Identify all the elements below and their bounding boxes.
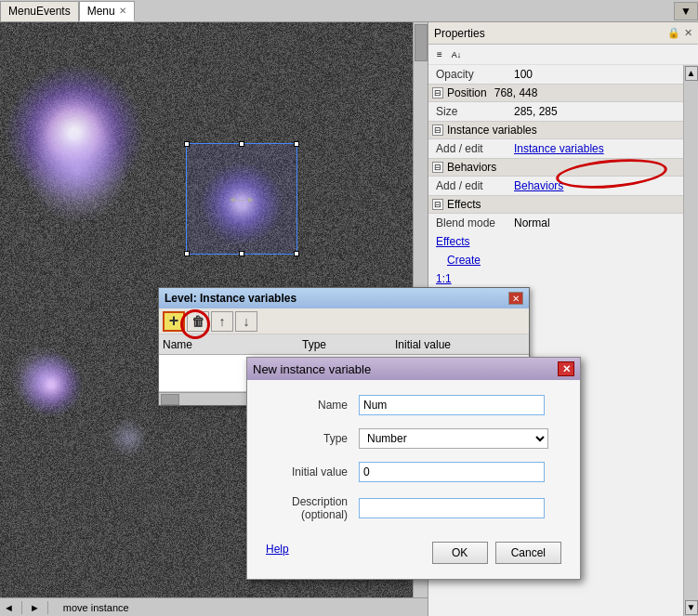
prop-create-link[interactable]: Create (447, 254, 481, 267)
tab-menuevents[interactable]: MenuEvents (0, 1, 79, 21)
new-var-name-input[interactable] (359, 395, 545, 415)
new-var-close-button[interactable]: ✕ (558, 361, 574, 376)
tab-menu[interactable]: Menu ✕ (79, 1, 135, 21)
prop-behaviors-add-label: Add / edit (436, 179, 510, 192)
behaviors-expand[interactable]: ⊟ (432, 162, 443, 173)
dialog-up-button[interactable]: ↑ (211, 311, 233, 332)
dialog-close-button[interactable]: ✕ (508, 292, 523, 305)
center-handle: ◄—► (228, 194, 256, 204)
bottom-bar-middle: ► (30, 602, 40, 613)
new-var-name-label: Name (266, 399, 359, 412)
dialog-col-type: Type (302, 338, 395, 351)
handle-bc (239, 251, 244, 256)
prop-effects-link[interactable]: Effects (436, 235, 469, 248)
prop-opacity-row: Opacity 100 (428, 65, 683, 84)
tab-bar: MenuEvents Menu ✕ ▼ (0, 0, 698, 22)
dialog-add-button[interactable]: + (163, 311, 185, 332)
handle-br (294, 251, 299, 256)
new-var-help-link[interactable]: Help (266, 543, 289, 556)
effects-expand[interactable]: ⊟ (432, 199, 443, 210)
sort-icon[interactable]: ≡ (432, 47, 447, 62)
bottom-bar-left: ◄ (4, 602, 14, 613)
dialog-down-button[interactable]: ↓ (235, 311, 257, 332)
pin-icon[interactable]: 🔒 (667, 27, 680, 39)
prop-effects-section: ⊟ Effects (428, 195, 683, 214)
properties-header: Properties 🔒 ✕ (428, 22, 698, 45)
prop-opacity-value: 100 (514, 68, 533, 81)
bottom-bar-move: move instance (63, 602, 129, 613)
handle-tc (239, 141, 244, 147)
new-var-type-select[interactable]: Number String Boolean (359, 428, 548, 449)
dialog-titlebar: Level: Instance variables ✕ (159, 288, 529, 308)
prop-instance-vars-section: ⊟ Instance variables (428, 121, 683, 139)
prop-zoom-row: 1:1 (428, 269, 683, 288)
properties-scrollbar[interactable]: ▲ ▼ (683, 65, 698, 616)
new-var-desc-input[interactable] (359, 498, 545, 518)
dialog-toolbar: + 🗑 ↑ ↓ (159, 308, 529, 334)
prop-behaviors-label: Behaviors (447, 161, 496, 174)
prop-blend-mode-label: Blend mode (436, 216, 510, 229)
prop-blend-mode-row: Blend mode Normal (428, 214, 683, 232)
scrollbar-up[interactable]: ▲ (685, 66, 698, 81)
scrollbar-down[interactable]: ▼ (685, 600, 698, 615)
prop-size-row: Size 285, 285 (428, 102, 683, 121)
header-extra-icon: ✕ (684, 27, 692, 39)
dialog-col-initial: Initial value (395, 338, 525, 351)
new-var-initial-row: Initial value (266, 462, 561, 482)
prop-blend-mode-value: Normal (514, 216, 550, 229)
prop-effects-label: Effects (447, 198, 481, 211)
new-var-type-label: Type (266, 432, 359, 445)
new-var-cancel-button[interactable]: Cancel (495, 542, 561, 564)
dialog-delete-button[interactable]: 🗑 (187, 311, 209, 332)
new-instance-var-dialog: New instance variable ✕ Name Type Number… (246, 357, 581, 580)
handle-tl (184, 141, 190, 147)
new-var-type-row: Type Number String Boolean (266, 428, 561, 449)
properties-title: Properties (434, 27, 485, 40)
prop-behaviors-section: ⊟ Behaviors (428, 158, 683, 177)
new-var-title: New instance variable (253, 362, 371, 376)
new-var-desc-row: Description (optional) (266, 495, 561, 521)
instance-vars-expand[interactable]: ⊟ (432, 125, 443, 136)
new-var-name-row: Name (266, 395, 561, 415)
prop-create-row: Create (428, 251, 683, 269)
position-expand[interactable]: ⊟ (432, 87, 443, 98)
selection-box: ◄—► (186, 143, 297, 255)
canvas-scrollbar-thumb[interactable] (415, 24, 428, 61)
dialog-col-name: Name (163, 338, 302, 351)
tab-dropdown-icon: ▼ (680, 5, 691, 18)
prop-instance-vars-label: Instance variables (447, 124, 537, 137)
prop-position-section: ⊟ Position 768, 448 (428, 84, 683, 102)
properties-toolbar: ≡ A↓ (428, 45, 698, 65)
bottom-bar: ◄ ► move instance (0, 597, 428, 616)
prop-behaviors-row: Add / edit Behaviors (428, 177, 683, 195)
dialog-title: Level: Instance variables (165, 292, 296, 305)
new-var-titlebar: New instance variable ✕ (247, 358, 580, 380)
prop-instance-vars-add-label: Add / edit (436, 142, 510, 155)
new-var-body: Name Type Number String Boolean Initial … (247, 380, 580, 579)
prop-effects-row: Effects (428, 232, 683, 251)
prop-instance-vars-link[interactable]: Instance variables (514, 142, 604, 155)
new-var-initial-label: Initial value (266, 465, 359, 478)
prop-behaviors-link[interactable]: Behaviors (514, 179, 563, 192)
new-var-desc-label: Description (optional) (266, 495, 359, 521)
tab-menu-label: Menu (87, 5, 115, 18)
tab-dropdown[interactable]: ▼ (674, 2, 698, 20)
new-var-ok-button[interactable]: OK (432, 542, 488, 564)
handle-bl (184, 251, 190, 256)
prop-zoom-link[interactable]: 1:1 (436, 272, 452, 285)
handle-tr (294, 141, 299, 147)
prop-position-label: Position (447, 86, 487, 99)
prop-opacity-label: Opacity (436, 68, 510, 81)
tab-menuevents-label: MenuEvents (8, 5, 71, 18)
prop-position-value: 768, 448 (494, 86, 538, 99)
new-var-buttons: OK Cancel (432, 542, 561, 564)
prop-instance-vars-row: Add / edit Instance variables (428, 139, 683, 158)
prop-size-value: 285, 285 (514, 105, 558, 118)
tab-menu-close[interactable]: ✕ (119, 6, 126, 16)
prop-size-label: Size (436, 105, 510, 118)
az-sort-icon[interactable]: A↓ (449, 47, 464, 62)
h-scroll-thumb[interactable] (161, 394, 179, 405)
new-var-initial-input[interactable] (359, 462, 545, 482)
dialog-table-header: Name Type Initial value (159, 334, 529, 355)
